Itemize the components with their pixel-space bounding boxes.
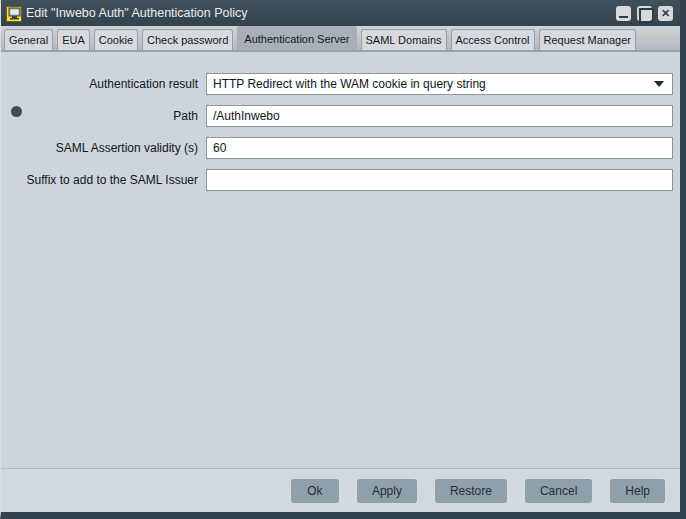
bullet-indicator	[11, 106, 22, 117]
tab-saml-domains[interactable]: SAML Domains	[361, 29, 447, 50]
close-button[interactable]: ✕	[658, 6, 673, 21]
tab-cookie[interactable]: Cookie	[94, 29, 138, 50]
tab-authentication-server[interactable]: Authentication Server	[237, 26, 356, 50]
ok-button[interactable]: Ok	[291, 479, 339, 503]
form-row-saml-assertion-validity: SAML Assertion validity (s)	[1, 137, 673, 159]
tab-request-manager[interactable]: Request Manager	[539, 29, 636, 50]
tab-content-panel: Authentication resultHTTP Redirect with …	[1, 52, 680, 468]
tab-eua[interactable]: EUA	[57, 29, 90, 50]
field-label-authentication-result: Authentication result	[1, 77, 206, 91]
form-row-saml-issuer-suffix: Suffix to add to the SAML Issuer	[1, 169, 673, 191]
restore-button[interactable]: Restore	[435, 479, 507, 503]
application-icon	[6, 5, 23, 22]
saml-assertion-validity-input[interactable]	[206, 137, 673, 159]
field-label-path: Path	[1, 109, 206, 123]
tab-access-control[interactable]: Access Control	[451, 29, 535, 50]
form-row-path: Path	[1, 105, 673, 127]
window-title: Edit "Inwebo Auth" Authentication Policy	[26, 6, 616, 20]
dialog-window: Edit "Inwebo Auth" Authentication Policy…	[0, 0, 686, 519]
tab-bar: GeneralEUACookieCheck passwordAuthentica…	[1, 26, 680, 52]
field-label-saml-assertion-validity: SAML Assertion validity (s)	[1, 141, 206, 155]
cancel-button[interactable]: Cancel	[525, 479, 592, 503]
dropdown-arrow-icon	[654, 81, 664, 87]
title-bar: Edit "Inwebo Auth" Authentication Policy…	[1, 0, 680, 26]
saml-issuer-suffix-input[interactable]	[206, 169, 673, 191]
apply-button[interactable]: Apply	[357, 479, 417, 503]
field-label-saml-issuer-suffix: Suffix to add to the SAML Issuer	[1, 173, 206, 187]
tab-general[interactable]: General	[4, 29, 53, 50]
help-button[interactable]: Help	[610, 479, 665, 503]
button-bar: OkApplyRestoreCancelHelp	[1, 468, 680, 512]
maximize-button[interactable]	[637, 6, 652, 21]
tab-check-password[interactable]: Check password	[142, 29, 233, 50]
authentication-result-selected-value: HTTP Redirect with the WAM cookie in que…	[213, 77, 654, 91]
path-input[interactable]	[206, 105, 673, 127]
minimize-button[interactable]	[616, 6, 631, 21]
form-row-authentication-result: Authentication resultHTTP Redirect with …	[1, 73, 673, 95]
authentication-result-dropdown[interactable]: HTTP Redirect with the WAM cookie in que…	[206, 73, 673, 95]
